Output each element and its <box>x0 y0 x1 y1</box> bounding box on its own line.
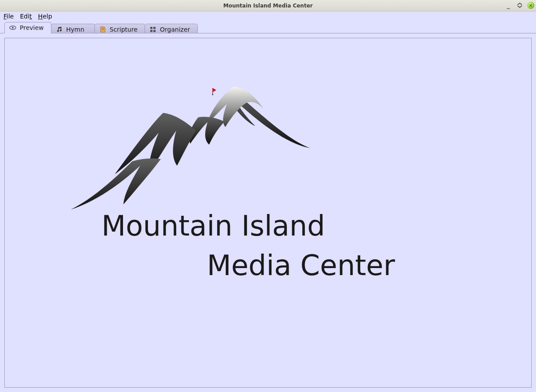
svg-point-8 <box>212 94 214 95</box>
maximize-button[interactable] <box>516 1 524 9</box>
tab-preview[interactable]: Preview <box>4 22 51 33</box>
window-titlebar: Mountain Island Media Center _ × <box>0 0 536 11</box>
window-controls: _ × <box>504 1 534 9</box>
tab-label: Hymn <box>66 26 84 33</box>
svg-rect-7 <box>153 30 156 32</box>
menu-file[interactable]: File <box>4 13 14 20</box>
svg-rect-4 <box>150 27 152 29</box>
svg-rect-6 <box>150 30 152 32</box>
close-button[interactable]: × <box>527 2 534 9</box>
book-icon <box>99 26 106 33</box>
mountain-logo-icon <box>66 78 312 210</box>
grid-icon <box>149 26 156 33</box>
eye-icon <box>9 24 16 31</box>
minimize-button[interactable]: _ <box>504 1 512 9</box>
music-note-icon <box>56 26 63 33</box>
tab-label: Scripture <box>110 26 138 33</box>
logo-text-line1: Mountain Island <box>101 210 325 242</box>
svg-rect-5 <box>153 27 156 29</box>
preview-panel: Mountain Island Media Center <box>4 38 532 388</box>
window-title: Mountain Island Media Center <box>223 3 312 9</box>
maximize-icon <box>517 3 522 8</box>
content-area: Mountain Island Media Center <box>0 33 536 392</box>
tab-label: Organizer <box>160 26 190 33</box>
tabbar: Preview Hymn Scripture Organizer <box>0 21 536 33</box>
svg-point-3 <box>60 29 62 31</box>
logo-text-line2: Media Center <box>207 249 395 282</box>
menu-help[interactable]: Help <box>38 13 52 20</box>
tab-label: Preview <box>20 24 44 31</box>
svg-point-2 <box>57 30 59 32</box>
menubar: FileEditHelp <box>0 11 536 21</box>
menu-edit[interactable]: Edit <box>20 13 32 20</box>
svg-point-1 <box>12 27 14 29</box>
